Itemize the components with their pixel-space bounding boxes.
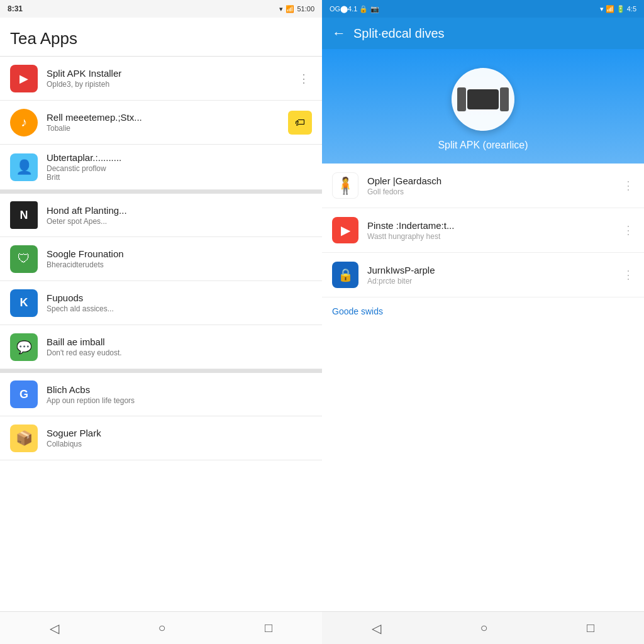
app-info: Soogle Frounation Bheracidterudets: [47, 248, 312, 269]
right-app-list: 🧍 Opler |Geardasch Goll fedors ⋮ ▶ Pinst…: [322, 164, 644, 611]
battery-text: 51:00: [297, 5, 314, 13]
list-item[interactable]: K Fupuods Spech ald assices...: [0, 281, 322, 325]
right-app-name: Opler |Geardasch: [367, 175, 623, 186]
hero-icon-graphic: [457, 87, 509, 111]
app-name: Rell meeetemep.;Stx...: [47, 112, 283, 123]
goode-swids-link[interactable]: Goode swids: [322, 297, 644, 325]
right-list-item[interactable]: 🧍 Opler |Geardasch Goll fedors ⋮: [322, 164, 644, 208]
app-icon-blich: G: [10, 380, 38, 408]
app-icon-char: 🛡: [18, 252, 30, 266]
app-info: Ubtertaplar.:......... Decanstic proflow…: [47, 152, 312, 182]
app-hero: Split APK (orearlice): [322, 49, 644, 164]
back-button[interactable]: ◁: [37, 616, 72, 641]
right-recent-button[interactable]: □: [574, 616, 607, 640]
right-back-button[interactable]: ◁: [359, 616, 394, 641]
right-app-desc: Wastt hungraphy hest: [367, 232, 623, 241]
app-icon-soogle: 🛡: [10, 245, 38, 273]
app-icon-char: G: [19, 388, 28, 401]
app-icon-soguer: 📦: [10, 425, 38, 452]
home-button[interactable]: ○: [145, 616, 178, 640]
right-more-button[interactable]: ⋮: [623, 179, 634, 192]
badge-icon: 🏷: [295, 117, 305, 128]
app-info: Baill ae imball Don't red easy eudost.: [47, 336, 312, 357]
list-item[interactable]: 📦 Soguer Plark Collabiqus: [0, 416, 322, 460]
app-desc-2: Britt: [47, 173, 312, 182]
right-app-info: Pinste :Indertame:t... Wastt hungraphy h…: [367, 220, 623, 241]
right-panel: OG⬤4.1 🔒 📷 ▾ 📶 🔋 4:5 ← Split·edcal dives…: [322, 0, 644, 644]
right-app-desc: Goll fedors: [367, 187, 623, 196]
left-panel: 8:31 ▾ 📶 51:00 Tea Apps ▶ Split APK Inst…: [0, 0, 322, 644]
signal-icon: 📶: [286, 5, 294, 13]
app-desc: Oplde3, by ripisteh: [47, 80, 291, 89]
right-app-icon-pinste: ▶: [332, 217, 358, 243]
app-name: Baill ae imball: [47, 336, 312, 347]
left-battery: ▾ 📶 51:00: [279, 5, 314, 13]
app-info: Hond aft Planting... Oeter spot Apes...: [47, 205, 312, 226]
app-info: Blich Acbs App oun reption life tegors: [47, 384, 312, 405]
app-icon-rell: ♪: [10, 109, 38, 136]
right-app-icon-opler: 🧍: [332, 172, 358, 199]
right-app-icon-jurnk: 🔒: [332, 262, 358, 288]
more-options-button[interactable]: ⋮: [296, 70, 312, 87]
app-icon-char: N: [20, 209, 28, 222]
hero-title: Split APK (orearlice): [438, 140, 528, 151]
right-app-name: Pinste :Indertame:t...: [367, 220, 623, 231]
app-desc: Tobalie: [47, 124, 283, 133]
app-icon-char: 👤: [16, 159, 33, 175]
app-name: Soogle Frounation: [47, 248, 312, 259]
app-name: Soguer Plark: [47, 428, 312, 438]
app-info: Soguer Plark Collabiqus: [47, 428, 312, 448]
right-app-name: JurnkIwsP-arple: [367, 265, 623, 275]
person-icon: 🧍: [335, 176, 355, 196]
app-name: Fupuods: [47, 292, 312, 303]
right-header: ← Split·edcal dives: [322, 18, 644, 49]
right-app-info: JurnkIwsP-arple Ad:prcte biter: [367, 265, 623, 286]
right-list-item[interactable]: ▶ Pinste :Indertame:t... Wastt hungraphy…: [322, 208, 644, 253]
hero-icon-left: [457, 87, 466, 111]
app-icon-split-apk: ▶: [10, 65, 38, 92]
wifi-icon: ▾: [279, 5, 283, 13]
app-info: Fupuods Spech ald assices...: [47, 292, 312, 313]
app-desc: App oun reption life tegors: [47, 396, 312, 405]
app-icon-char: 📦: [16, 430, 33, 447]
app-name: Ubtertaplar.:.........: [47, 152, 312, 163]
back-arrow-button[interactable]: ←: [332, 25, 346, 42]
app-desc: Bheracidterudets: [47, 260, 312, 269]
app-icon-hond: N: [10, 201, 38, 229]
app-desc: Collabiqus: [47, 440, 312, 448]
lock-icon: 🔒: [338, 267, 353, 282]
hero-icon-center: [467, 89, 499, 109]
list-item[interactable]: ▶ Split APK Installer Oplde3, by ripiste…: [0, 57, 322, 101]
right-more-button[interactable]: ⋮: [623, 223, 634, 237]
app-desc: Don't red easy eudost.: [47, 348, 312, 357]
list-item[interactable]: 🛡 Soogle Frounation Bheracidterudets: [0, 237, 322, 281]
app-name: Hond aft Planting...: [47, 205, 312, 216]
badge-yellow: 🏷: [288, 111, 312, 135]
app-list: ▶ Split APK Installer Oplde3, by ripiste…: [0, 57, 322, 611]
app-info: Split APK Installer Oplde3, by ripisteh: [47, 68, 291, 89]
app-desc: Spech ald assices...: [47, 304, 312, 313]
app-icon-char: K: [20, 296, 28, 309]
app-icon-baill: 💬: [10, 333, 38, 361]
app-icon-char: ♪: [21, 115, 27, 130]
left-time: 8:31: [8, 4, 23, 13]
hero-icon-circle: [452, 68, 514, 131]
list-item[interactable]: ♪ Rell meeetemep.;Stx... Tobalie 🏷: [0, 101, 322, 145]
right-status-left: OG⬤4.1 🔒 📷: [330, 5, 379, 13]
right-home-button[interactable]: ○: [467, 616, 500, 640]
list-item[interactable]: 👤 Ubtertaplar.:......... Decanstic profl…: [0, 145, 322, 190]
list-item[interactable]: N Hond aft Planting... Oeter spot Apes..…: [0, 190, 322, 237]
right-nav-bar: ◁ ○ □: [322, 611, 644, 644]
left-status-bar: 8:31 ▾ 📶 51:00: [0, 0, 322, 18]
recent-button[interactable]: □: [252, 616, 285, 640]
right-list-item[interactable]: 🔒 JurnkIwsP-arple Ad:prcte biter ⋮: [322, 253, 644, 297]
right-status-bar: OG⬤4.1 🔒 📷 ▾ 📶 🔋 4:5: [322, 0, 644, 18]
app-icon-fupuods: K: [10, 289, 38, 317]
hero-icon-right: [500, 87, 509, 111]
app-icon-char: ▶: [19, 72, 28, 86]
right-more-button[interactable]: ⋮: [623, 268, 634, 282]
right-app-info: Opler |Geardasch Goll fedors: [367, 175, 623, 196]
list-item[interactable]: 💬 Baill ae imball Don't red easy eudost.: [0, 325, 322, 369]
app-icon-char: 💬: [16, 340, 32, 355]
list-item[interactable]: G Blich Acbs App oun reption life tegors: [0, 369, 322, 416]
